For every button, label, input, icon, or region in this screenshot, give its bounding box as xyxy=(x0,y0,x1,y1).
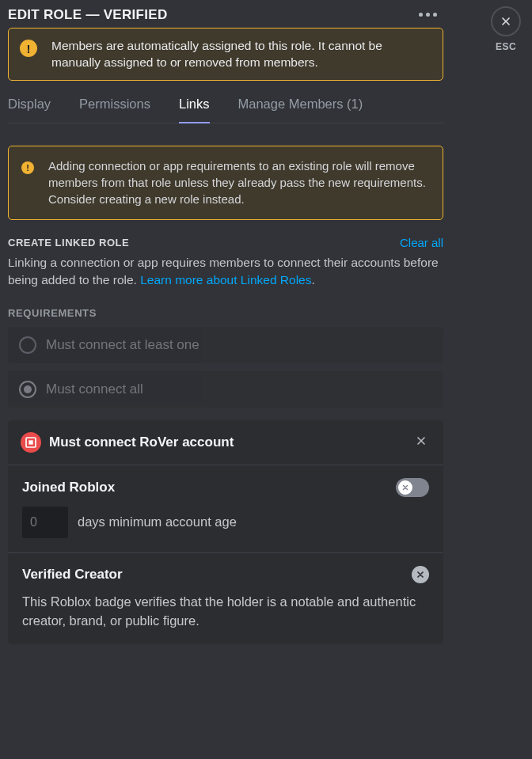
auto-assign-warning: ! Members are automatically assigned to … xyxy=(8,28,443,81)
connection-card: Must connect RoVer account Joined Roblox… xyxy=(8,420,443,645)
svg-rect-1 xyxy=(28,440,32,444)
close-icon xyxy=(491,6,521,36)
remove-connection-button[interactable] xyxy=(412,431,431,454)
linked-role-description: Linking a connection or app requires mem… xyxy=(8,254,443,290)
learn-more-link[interactable]: Learn more about Linked Roles xyxy=(140,273,311,287)
toggle-knob-icon xyxy=(398,480,412,495)
radio-icon xyxy=(19,336,36,354)
clear-all-button[interactable]: Clear all xyxy=(400,236,443,249)
card-title: Must connect RoVer account xyxy=(49,435,234,450)
radio-connect-one[interactable]: Must connect at least one xyxy=(8,327,443,363)
exclamation-icon: ! xyxy=(20,40,37,57)
verified-creator-description: This Roblox badge verifies that the hold… xyxy=(22,593,429,631)
requirements-label: REQUIREMENTS xyxy=(8,307,443,319)
more-options-button[interactable] xyxy=(412,6,443,23)
page-title: EDIT ROLE — VERIFIED xyxy=(8,7,168,23)
radio-connect-all[interactable]: Must connect all xyxy=(8,371,443,408)
radio-icon xyxy=(19,381,36,398)
radio-label: Must connect at least one xyxy=(46,337,200,353)
remove-verified-button[interactable] xyxy=(412,566,429,583)
tabs: Display Permissions Links Manage Members… xyxy=(8,93,443,123)
create-linked-role-label: CREATE LINKED ROLE xyxy=(8,237,129,249)
tab-manage-members[interactable]: Manage Members (1) xyxy=(238,93,363,123)
close-button[interactable]: ESC xyxy=(491,6,521,52)
warning-text: Adding connection or app requirements to… xyxy=(48,157,430,208)
tab-permissions[interactable]: Permissions xyxy=(79,93,150,123)
joined-roblox-label: Joined Roblox xyxy=(22,480,115,495)
verified-creator-label: Verified Creator xyxy=(22,567,123,583)
esc-label: ESC xyxy=(496,41,516,52)
exclamation-icon: ! xyxy=(21,161,34,174)
warning-text: Members are automatically assigned to th… xyxy=(51,37,431,71)
days-suffix-label: days minimum account age xyxy=(78,514,237,529)
days-input[interactable] xyxy=(22,507,68,538)
joined-roblox-toggle[interactable] xyxy=(396,478,429,497)
radio-label: Must connect all xyxy=(46,381,143,397)
rover-app-icon xyxy=(21,432,41,453)
tab-links[interactable]: Links xyxy=(179,93,210,123)
tab-display[interactable]: Display xyxy=(8,93,51,123)
requirements-warning: ! Adding connection or app requirements … xyxy=(8,146,443,220)
